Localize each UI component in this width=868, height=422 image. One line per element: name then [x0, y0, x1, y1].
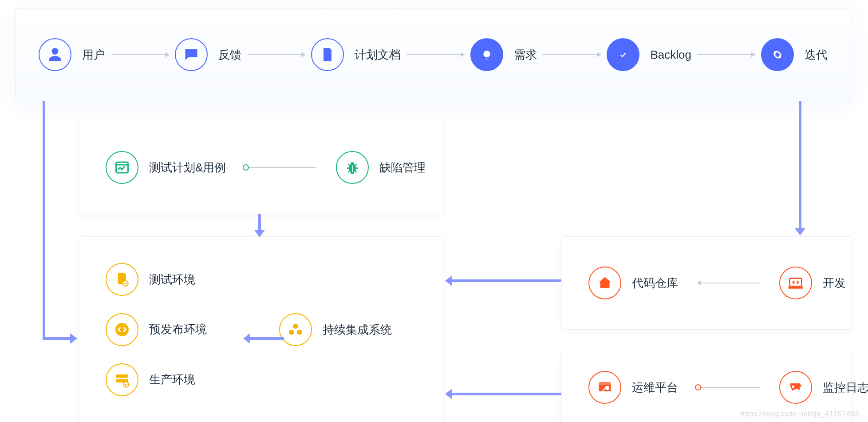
node-user: 用户: [39, 38, 105, 71]
camera-icon: [779, 371, 812, 404]
node-label: 持续集成系统: [323, 322, 392, 338]
node-develop: 开发: [779, 267, 846, 299]
checklist-icon: [607, 38, 639, 71]
node-test-env: 测试环境: [106, 263, 279, 296]
node-iteration: 迭代: [761, 38, 828, 71]
node-label: 需求: [514, 47, 537, 63]
user-icon: [39, 38, 71, 71]
node-feedback: 反馈: [175, 38, 241, 71]
svg-rect-1: [618, 49, 628, 61]
bug-icon: [336, 151, 369, 184]
server-check-icon: [106, 363, 138, 396]
watermark: https://blog.csdn.net/qq_41157493: [741, 410, 859, 418]
svg-rect-9: [790, 279, 802, 287]
wrench-window-icon: [588, 371, 621, 404]
node-label: 运维平台: [632, 380, 678, 395]
code-card: 代码仓库 开发: [561, 236, 852, 330]
node-label: 监控日志: [823, 380, 868, 395]
arrow-icon: [407, 54, 464, 55]
connector-icon: [698, 387, 760, 388]
connector-icon: [245, 167, 316, 168]
node-repo: 代码仓库: [588, 267, 678, 299]
top-workflow-card: 用户 反馈 计划文档 需求 Backlog: [15, 8, 851, 101]
node-requirement: 需求: [470, 38, 537, 71]
node-label: 迭代: [805, 47, 828, 63]
flow-icon: [43, 101, 45, 340]
node-label: 生产环境: [149, 372, 195, 387]
chat-icon: [175, 38, 208, 71]
cycle-icon: [761, 38, 794, 71]
flow-arrow-icon: [249, 337, 284, 340]
node-label: Backlog: [650, 48, 691, 62]
svg-rect-11: [599, 382, 611, 385]
node-label: 测试计划&用例: [149, 160, 226, 175]
node-label: 用户: [82, 47, 105, 63]
file-check-icon: [106, 263, 138, 296]
node-defect: 缺陷管理: [336, 151, 426, 184]
arrow-icon: [111, 54, 169, 55]
node-ops-platform: 运维平台: [588, 371, 678, 404]
node-backlog: Backlog: [607, 38, 691, 71]
house-icon: [588, 267, 621, 299]
node-monitor: 监控日志: [779, 371, 868, 404]
flow-arrow-icon: [258, 214, 261, 232]
node-label: 计划文档: [355, 47, 401, 63]
node-label: 预发布环境: [149, 322, 207, 337]
flow-arrow-icon: [43, 337, 72, 340]
node-label: 开发: [823, 275, 846, 291]
flow-arrow-icon: [450, 279, 561, 282]
arrow-icon: [543, 54, 600, 55]
svg-rect-6: [116, 374, 128, 378]
arrow-icon: [698, 54, 755, 55]
node-label: 代码仓库: [632, 275, 678, 291]
svg-rect-2: [771, 49, 783, 61]
env-card: 测试环境 预发布环境 生产环境 持续集成系统: [79, 236, 443, 422]
lightbulb-icon: [470, 38, 503, 71]
node-prod-env: 生产环境: [106, 363, 279, 396]
packages-icon: [279, 313, 312, 346]
flow-arrow-icon: [450, 393, 561, 395]
node-test-plan: 测试计划&用例: [106, 151, 226, 184]
chart-window-icon: [106, 151, 138, 184]
flow-arrow-icon: [799, 101, 801, 230]
laptop-code-icon: [779, 267, 812, 299]
svg-rect-3: [116, 162, 128, 173]
node-ci: 持续集成系统: [279, 313, 392, 346]
test-card: 测试计划&用例 缺陷管理: [79, 121, 443, 214]
document-icon: [311, 38, 344, 71]
node-label: 测试环境: [149, 272, 195, 287]
arrow-left-icon: [698, 283, 760, 283]
node-prerelease: 预发布环境: [106, 313, 279, 346]
arrow-icon: [248, 54, 305, 55]
code-brackets-icon: [106, 313, 138, 346]
node-plan-doc: 计划文档: [311, 38, 401, 71]
node-label: 反馈: [218, 47, 241, 63]
node-label: 缺陷管理: [379, 160, 426, 175]
